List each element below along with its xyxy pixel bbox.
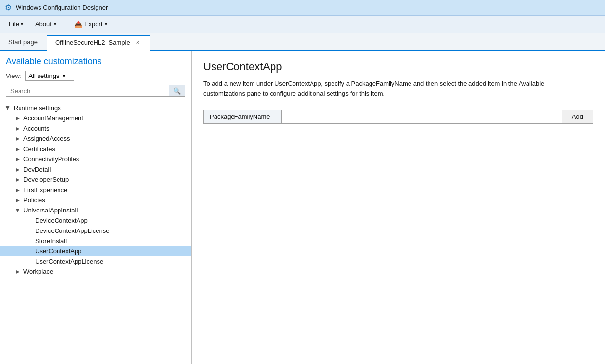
tree-item-certificates[interactable]: ▶ Certificates	[0, 144, 191, 154]
chevron-first-experience: ▶	[14, 187, 21, 192]
tree-item-connectivity-profiles[interactable]: ▶ ConnectivityProfiles	[0, 154, 191, 164]
search-button[interactable]: 🔍	[169, 85, 185, 96]
panel-title: UserContextApp	[203, 60, 593, 73]
search-input[interactable]	[6, 85, 169, 96]
package-family-name-row: PackageFamilyName Add	[203, 110, 593, 124]
sidebar-title: Available customizations	[6, 57, 185, 67]
tree-item-accounts[interactable]: ▶ Accounts	[0, 123, 191, 134]
chevron-runtime-settings: ▶	[5, 104, 11, 112]
app-icon: ⚙	[5, 3, 12, 12]
panel-description: To add a new item under UserContextApp, …	[203, 79, 584, 98]
main-content: Available customizations View: All setti…	[0, 51, 605, 364]
tree-item-device-context-app-license[interactable]: ▶ DeviceContextAppLicense	[0, 226, 191, 236]
chevron-dev-detail: ▶	[14, 167, 21, 172]
tree-item-developer-setup[interactable]: ▶ DeveloperSetup	[0, 174, 191, 185]
view-dropdown[interactable]: All settings ▾	[25, 71, 74, 81]
chevron-developer-setup: ▶	[14, 177, 21, 182]
chevron-universal-app-install: ▶	[15, 207, 20, 214]
right-panel: UserContextApp To add a new item under U…	[192, 51, 605, 364]
sidebar-header: Available customizations View: All setti…	[0, 51, 191, 101]
tree-item-assigned-access[interactable]: ▶ AssignedAccess	[0, 134, 191, 144]
tree-item-universal-app-install[interactable]: ▶ UniversalAppInstall	[0, 205, 191, 215]
tree-item-runtime-settings[interactable]: ▶ Runtime settings	[0, 103, 191, 113]
tree-item-store-install[interactable]: ▶ StoreInstall	[0, 236, 191, 246]
chevron-account-management: ▶	[14, 115, 21, 121]
tab-start-page[interactable]: Start page	[0, 34, 46, 50]
chevron-accounts: ▶	[14, 126, 21, 131]
tab-close-button[interactable]: ✕	[134, 39, 142, 47]
package-family-name-input[interactable]	[282, 110, 562, 123]
chevron-certificates: ▶	[14, 146, 21, 152]
package-family-name-label: PackageFamilyName	[204, 110, 282, 123]
search-row: 🔍	[6, 85, 185, 97]
add-button[interactable]: Add	[562, 110, 593, 123]
chevron-policies: ▶	[14, 197, 21, 203]
tree-item-dev-detail[interactable]: ▶ DevDetail	[0, 164, 191, 174]
export-icon: 📤	[74, 20, 82, 28]
tree-item-device-context-app[interactable]: ▶ DeviceContextApp	[0, 215, 191, 226]
tree-item-user-context-app[interactable]: ▶ UserContextApp	[0, 246, 191, 256]
tab-active-project[interactable]: OfflineSecureHL2_Sample ✕	[47, 35, 150, 51]
chevron-workplace: ▶	[14, 269, 21, 274]
chevron-assigned-access: ▶	[14, 136, 21, 141]
menu-divider	[65, 19, 65, 29]
tree-view: ▶ Runtime settings ▶ AccountManagement ▶…	[0, 101, 191, 364]
tree-item-workplace[interactable]: ▶ Workplace	[0, 267, 191, 277]
app-title: Windows Configuration Designer	[16, 4, 108, 11]
tab-bar: Start page OfflineSecureHL2_Sample ✕	[0, 33, 605, 51]
tree-item-user-context-app-license[interactable]: ▶ UserContextAppLicense	[0, 256, 191, 267]
title-bar: ⚙ Windows Configuration Designer	[0, 0, 605, 16]
export-menu[interactable]: 📤 Export ▾	[69, 19, 112, 30]
chevron-connectivity-profiles: ▶	[14, 156, 21, 162]
sidebar: Available customizations View: All setti…	[0, 51, 192, 364]
view-row: View: All settings ▾	[6, 71, 185, 81]
view-label: View:	[6, 72, 21, 79]
tree-item-policies[interactable]: ▶ Policies	[0, 195, 191, 205]
menu-bar: File ▾ About ▾ 📤 Export ▾	[0, 16, 605, 33]
tree-item-first-experience[interactable]: ▶ FirstExperience	[0, 185, 191, 195]
tree-item-account-management[interactable]: ▶ AccountManagement	[0, 113, 191, 123]
file-menu[interactable]: File ▾	[4, 19, 28, 30]
about-menu[interactable]: About ▾	[30, 19, 61, 30]
